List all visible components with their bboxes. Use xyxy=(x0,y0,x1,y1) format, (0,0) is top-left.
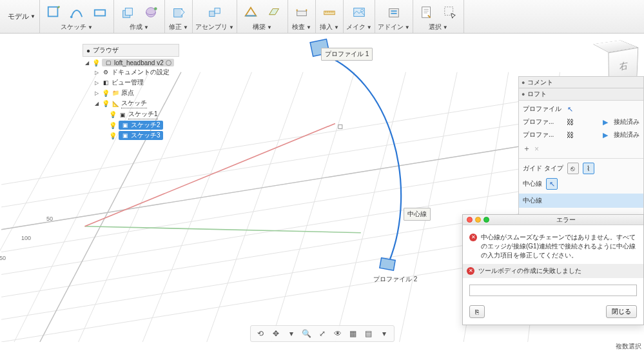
model-label: モデル xyxy=(8,12,29,21)
tb-construct: 構築▼ xyxy=(237,0,288,33)
pointer-icon[interactable]: ↖ xyxy=(565,105,574,114)
guide-type-option2[interactable]: ⌇ xyxy=(583,163,594,174)
tb-addin: アドイン▼ xyxy=(375,0,413,33)
axis-mark: 50 xyxy=(46,216,53,222)
model-menu[interactable]: モデル▼ xyxy=(4,0,40,33)
status-bar: 複数選択 xyxy=(616,342,641,351)
measure-icon[interactable] xyxy=(318,3,340,21)
orbit-icon[interactable]: ⟲ xyxy=(255,328,266,339)
line-icon[interactable] xyxy=(66,3,88,21)
tb-modify: 修正▼ xyxy=(165,0,193,33)
window-controls[interactable] xyxy=(467,217,489,223)
svg-point-1 xyxy=(58,6,60,8)
tree-item[interactable]: ▷⚙ドキュメントの設定 xyxy=(83,67,179,77)
error-message: ✕ ツールボディの作成に失敗しました xyxy=(467,266,639,276)
svg-line-33 xyxy=(399,72,457,342)
tb-inspect-label[interactable]: 検査▼ xyxy=(292,23,311,32)
tree-item[interactable]: 💡▣スケッチ2 xyxy=(83,120,179,130)
svg-point-7 xyxy=(154,7,157,10)
tb-addin-label[interactable]: アドイン▼ xyxy=(378,23,410,32)
tree-item[interactable]: ▷◧ビュー管理 xyxy=(83,77,179,88)
sphere-icon[interactable] xyxy=(140,3,162,21)
tb-assembly: アセンブリ▼ xyxy=(193,0,237,33)
tree-item[interactable]: ▷💡📁原点 xyxy=(83,88,179,98)
pan-icon[interactable]: ✥ xyxy=(270,328,282,339)
tb-modify-label[interactable]: 修正▼ xyxy=(169,23,188,32)
tree-item[interactable]: 💡▣スケッチ3 xyxy=(83,130,179,141)
svg-point-2 xyxy=(70,16,73,19)
tb-select: 選択▼ xyxy=(413,0,464,33)
svg-line-32 xyxy=(335,72,406,342)
copy-button[interactable]: ⎘ xyxy=(469,305,485,318)
tb-sketch-label[interactable]: スケッチ▼ xyxy=(61,23,93,32)
error-title: エラー xyxy=(493,216,639,225)
extrude-icon[interactable] xyxy=(117,3,139,21)
error-titlebar[interactable]: エラー xyxy=(463,215,643,225)
tree-root[interactable]: ◢💡 ▢loft_headband v2 xyxy=(83,58,179,67)
views-icon[interactable]: ▾ xyxy=(378,328,390,339)
close-icon xyxy=(467,217,473,223)
close-button[interactable]: 閉じる xyxy=(606,305,637,318)
chain-icon[interactable]: ⛓ xyxy=(565,117,574,126)
tb-inspect: 検査▼ xyxy=(288,0,316,33)
construct-icon[interactable] xyxy=(240,3,262,21)
look-icon[interactable]: 👁 xyxy=(332,328,344,339)
nav-toolbar: ⟲ ✥ ▾ 🔍 ⤢ 👁 ▦ ▤ ▾ xyxy=(250,325,395,342)
modify-icon[interactable] xyxy=(168,3,190,21)
inspect-icon[interactable] xyxy=(291,3,313,21)
fit-icon[interactable]: ⤢ xyxy=(317,328,328,339)
tb-create-label[interactable]: 作成▼ xyxy=(130,23,149,32)
tb-construct-label[interactable]: 構築▼ xyxy=(253,23,272,32)
script-icon[interactable] xyxy=(416,3,438,21)
chain-icon[interactable]: ⛓ xyxy=(565,130,574,139)
plane-icon[interactable] xyxy=(263,3,285,21)
add-remove-profile[interactable]: ＋× xyxy=(523,143,639,154)
select-icon[interactable] xyxy=(439,3,461,21)
grid-icon[interactable]: ▤ xyxy=(363,328,375,339)
display-icon[interactable]: ▦ xyxy=(347,328,359,339)
error-input[interactable] xyxy=(469,285,637,296)
guide-type-option1[interactable]: ⎋ xyxy=(567,163,579,174)
centerline-pointer[interactable]: ↖ xyxy=(546,178,558,190)
minimize-icon xyxy=(475,217,481,223)
svg-point-14 xyxy=(361,9,364,12)
centerline-label: 中心線 xyxy=(404,208,431,221)
svg-rect-10 xyxy=(215,8,220,14)
svg-rect-11 xyxy=(297,11,307,15)
rectangle-icon[interactable] xyxy=(89,3,111,21)
loft-head[interactable]: ●ロフト xyxy=(519,88,643,101)
tb-make-label[interactable]: メイク▼ xyxy=(346,23,372,32)
sketch-icon[interactable] xyxy=(43,3,64,21)
tree-item[interactable]: 💡▣スケッチ1 xyxy=(83,109,179,120)
tb-insert: 挿入▼ xyxy=(316,0,344,33)
main-toolbar: モデル▼ スケッチ▼ 作成▼ 修正▼ アセンブリ▼ 構築▼ 検査▼ xyxy=(0,0,644,34)
image-icon[interactable] xyxy=(348,3,370,21)
profile-row[interactable]: プロファ... ⛓ ▶ 接続済み xyxy=(523,117,639,126)
chevron-down-icon: ▼ xyxy=(30,14,35,19)
tb-insert-label[interactable]: 挿入▼ xyxy=(320,23,339,32)
tree-item[interactable]: ◢💡📐スケッチ xyxy=(83,98,179,109)
svg-rect-43 xyxy=(380,258,395,270)
zoom-icon xyxy=(483,217,489,223)
axis-mark: 150 xyxy=(0,255,6,261)
browser-title[interactable]: ●ブラウザ xyxy=(83,44,179,57)
tb-select-label[interactable]: 選択▼ xyxy=(429,23,448,32)
profile-row[interactable]: プロファ... ⛓ ▶ 接続済み xyxy=(523,130,639,139)
tb-assembly-label[interactable]: アセンブリ▼ xyxy=(195,23,234,32)
error-icon: ✕ xyxy=(469,234,477,241)
addin-icon[interactable] xyxy=(383,3,405,21)
x-icon: × xyxy=(534,145,539,154)
plus-icon: ＋ xyxy=(523,143,531,154)
profile-header: プロファイル↖ xyxy=(523,105,639,114)
axis-mark: 100 xyxy=(21,235,31,241)
centerline-list[interactable]: 中心線 xyxy=(519,194,643,208)
svg-rect-44 xyxy=(338,125,342,128)
svg-rect-5 xyxy=(125,8,132,15)
zoom-icon[interactable]: 🔍 xyxy=(301,328,313,339)
menu-icon[interactable]: ▾ xyxy=(286,328,297,339)
browser-panel: ●ブラウザ ◢💡 ▢loft_headband v2 ▷⚙ドキュメントの設定 ▷… xyxy=(83,44,179,142)
svg-rect-16 xyxy=(391,10,396,12)
guide-type-row: ガイド タイプ ⎋ ⌇ xyxy=(523,163,639,174)
svg-rect-9 xyxy=(210,11,215,16)
assembly-icon[interactable] xyxy=(204,3,226,21)
